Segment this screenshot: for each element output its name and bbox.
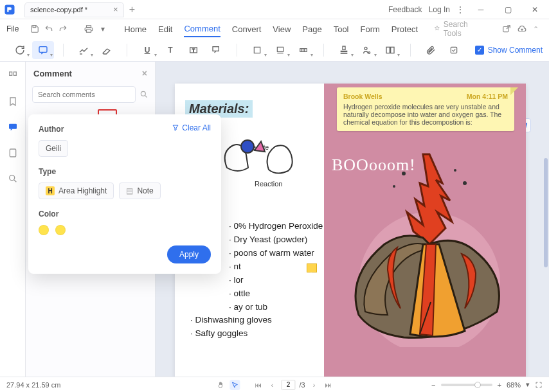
hand-tool-icon[interactable]: [215, 381, 226, 389]
login-link[interactable]: Log In: [429, 5, 450, 14]
share-icon[interactable]: [502, 24, 511, 33]
menu-edit[interactable]: Edit: [158, 22, 172, 37]
maximize-button[interactable]: ▢: [498, 1, 518, 19]
menu-view[interactable]: View: [273, 22, 291, 37]
prev-page-icon[interactable]: ‹: [267, 381, 277, 389]
note-time: Mon 4:11 PM: [467, 93, 508, 100]
quick-access: [29, 23, 69, 35]
next-page-icon[interactable]: ›: [309, 381, 320, 389]
close-window-button[interactable]: ✕: [525, 1, 545, 19]
expand-icon[interactable]: ⌃: [533, 25, 539, 33]
svg-point-21: [9, 175, 14, 181]
stamp-tool[interactable]: ▾: [269, 41, 291, 59]
svg-rect-8: [213, 46, 219, 51]
stamp2-tool[interactable]: ▾: [333, 41, 355, 59]
type-chip-highlight[interactable]: HArea Highlight: [39, 183, 114, 199]
menu-tool[interactable]: Tool: [334, 22, 349, 37]
document-tab[interactable]: science-copy.pdf * ×: [24, 2, 124, 17]
zoom-slider[interactable]: [441, 384, 492, 386]
svg-rect-9: [254, 47, 260, 53]
clear-all-button[interactable]: Clear All: [172, 123, 211, 132]
menu-protect[interactable]: Protect: [392, 22, 418, 37]
minimize-button[interactable]: ─: [471, 1, 491, 19]
redo-icon[interactable]: [57, 23, 69, 35]
zoom-out-icon[interactable]: −: [431, 381, 435, 389]
menu-comment[interactable]: Comment: [184, 21, 220, 37]
new-tab-button[interactable]: +: [129, 4, 135, 15]
svg-text:T: T: [192, 48, 195, 52]
search-icon[interactable]: [140, 90, 148, 99]
note-tool[interactable]: ▾: [9, 41, 31, 59]
title-right: Feedback Log In ⋮ ─ ▢ ✕: [388, 1, 549, 19]
svg-point-22: [141, 91, 145, 96]
sticky-note[interactable]: Brook Wells Mon 4:11 PM Hydrogen peroxid…: [337, 87, 514, 131]
zoom-level: 68%: [507, 381, 521, 389]
measure-tool[interactable]: ▾: [292, 41, 314, 59]
attachments-icon[interactable]: [5, 145, 21, 161]
search-tools[interactable]: Search Tools: [433, 20, 487, 38]
zoom-in-icon[interactable]: +: [498, 381, 501, 389]
svg-point-13: [368, 51, 370, 53]
apply-button[interactable]: Apply: [167, 245, 211, 263]
comment-panel-close[interactable]: ×: [142, 68, 147, 78]
select-tool-icon[interactable]: [230, 380, 240, 390]
page-input[interactable]: [281, 380, 295, 390]
svg-rect-10: [277, 47, 283, 51]
attachment-tool[interactable]: [420, 41, 442, 59]
search-rail-icon[interactable]: [5, 171, 21, 186]
tab-close-icon[interactable]: ×: [113, 4, 118, 14]
svg-point-31: [463, 181, 467, 185]
type-chip-note[interactable]: ▤Note: [119, 183, 160, 199]
vertical-scrollbar[interactable]: [544, 158, 548, 267]
print-icon[interactable]: [83, 23, 94, 35]
color-swatch-yellow-1[interactable]: [39, 225, 49, 235]
more-icon[interactable]: ⋮: [456, 5, 464, 14]
comments-icon[interactable]: [5, 120, 21, 135]
feedback-link[interactable]: Feedback: [388, 5, 422, 14]
statusbar: 27.94 x 21.59 cm ⏮ ‹ /3 › ⏭ − + 68% ▾: [0, 377, 549, 392]
show-comment-toggle[interactable]: ✓ Show Comment: [475, 46, 543, 55]
signature-tool[interactable]: ▾: [356, 41, 378, 59]
eraser-tool[interactable]: [96, 41, 118, 59]
first-page-icon[interactable]: ⏮: [253, 381, 263, 389]
svg-rect-18: [14, 72, 16, 75]
zoom-dropdown-icon[interactable]: ▾: [526, 380, 530, 389]
underline-tool[interactable]: U▾: [136, 41, 158, 59]
left-rail: [0, 62, 26, 377]
svg-point-29: [454, 169, 456, 172]
titlebar: science-copy.pdf * × + Feedback Log In ⋮…: [0, 0, 549, 19]
svg-rect-15: [391, 47, 394, 53]
checkbox-tool[interactable]: [443, 41, 465, 59]
bookmark-icon[interactable]: [5, 94, 21, 109]
file-menu[interactable]: File: [6, 24, 19, 33]
color-swatch-yellow-2[interactable]: [55, 225, 66, 235]
comment-search-input[interactable]: [32, 86, 136, 103]
shape-tool[interactable]: ▾: [246, 41, 268, 59]
svg-rect-3: [87, 30, 91, 32]
callout-tool[interactable]: [206, 41, 228, 59]
note-marker-icon[interactable]: [307, 263, 317, 272]
cloud-icon[interactable]: [518, 24, 526, 33]
author-chip[interactable]: Geili: [39, 140, 68, 157]
quick-access-2: ▾: [83, 23, 109, 35]
menu-form[interactable]: Form: [361, 22, 380, 37]
text-tool[interactable]: T: [159, 41, 181, 59]
menu-home[interactable]: Home: [124, 22, 147, 37]
highlight-tool[interactable]: ▾: [73, 41, 94, 59]
comment-tool[interactable]: ▾: [32, 41, 54, 59]
dropdown-icon[interactable]: ▾: [97, 23, 109, 35]
svg-rect-16: [451, 47, 456, 53]
svg-rect-14: [386, 47, 390, 53]
compare-tool[interactable]: ▾: [379, 41, 401, 59]
menu-page[interactable]: Page: [302, 22, 321, 37]
fullscreen-icon[interactable]: [535, 381, 543, 389]
save-icon[interactable]: [29, 23, 40, 35]
svg-rect-20: [10, 149, 15, 157]
last-page-icon[interactable]: ⏭: [323, 381, 334, 389]
page: Materials: ective Site Reaction 0% Hydro…: [175, 84, 526, 377]
menu-convert[interactable]: Convert: [232, 22, 262, 37]
page-total: /3: [299, 381, 305, 389]
textbox-tool[interactable]: T: [183, 41, 204, 59]
undo-icon[interactable]: [43, 23, 55, 35]
thumbnails-icon[interactable]: [5, 68, 21, 84]
